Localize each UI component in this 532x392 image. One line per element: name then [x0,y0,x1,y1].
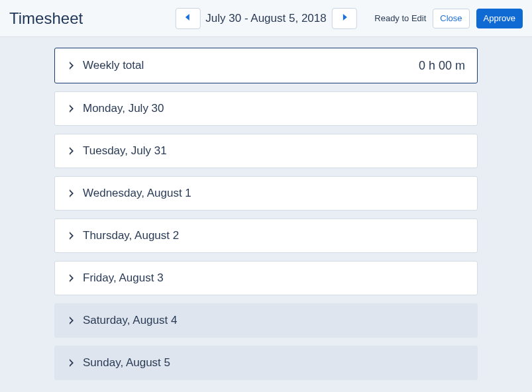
header-actions: Ready to Edit Close Approve [374,9,523,28]
svg-marker-0 [185,14,189,21]
day-row-label: Sunday, August 5 [83,356,170,369]
chevron-right-icon [67,359,76,367]
chevron-right-icon [67,274,76,282]
chevron-right-icon [67,62,76,70]
topbar: Timesheet July 30 - August 5, 2018 Ready… [0,0,532,37]
status-text: Ready to Edit [374,13,426,23]
day-row[interactable]: Monday, July 30 [54,91,478,126]
timesheet-list: Weekly total 0 h 00 m Monday, July 30Tue… [0,37,532,392]
chevron-right-icon [67,317,76,324]
prev-week-button[interactable] [175,8,200,29]
day-row[interactable]: Saturday, August 4 [54,303,478,338]
approve-button[interactable]: Approve [476,9,523,28]
day-row-label: Monday, July 30 [83,102,164,115]
page-title: Timesheet [9,9,83,28]
chevron-right-icon [67,189,76,197]
svg-marker-7 [70,274,74,282]
svg-marker-5 [70,189,74,197]
svg-marker-2 [70,62,74,70]
weekly-total-value: 0 h 00 m [419,59,465,73]
chevron-right-icon [67,147,76,155]
svg-marker-3 [70,105,74,113]
svg-marker-6 [70,232,74,240]
approve-button-label: Approve [484,13,515,23]
day-row[interactable]: Sunday, August 5 [54,346,478,380]
day-row-label: Tuesday, July 31 [83,144,167,158]
day-row[interactable]: Thursday, August 2 [54,219,478,253]
day-row[interactable]: Tuesday, July 31 [54,134,478,168]
day-row[interactable]: Wednesday, August 1 [54,176,478,211]
chevron-right-icon [67,105,76,113]
close-button[interactable]: Close [433,9,469,28]
date-range: July 30 - August 5, 2018 [205,12,326,25]
day-row-label: Thursday, August 2 [83,229,179,242]
svg-marker-8 [70,317,74,324]
day-row-label: Saturday, August 4 [83,314,177,327]
weekly-total-row[interactable]: Weekly total 0 h 00 m [54,48,478,83]
date-navigator: July 30 - August 5, 2018 [175,8,356,29]
day-row[interactable]: Friday, August 3 [54,261,478,295]
triangle-left-icon [184,13,191,23]
triangle-right-icon [341,13,348,23]
svg-marker-9 [70,359,74,367]
svg-marker-1 [343,14,347,21]
weekly-total-label: Weekly total [83,59,144,72]
next-week-button[interactable] [332,8,357,29]
chevron-right-icon [67,232,76,240]
day-row-label: Wednesday, August 1 [83,187,191,200]
close-button-label: Close [440,13,462,23]
svg-marker-4 [70,147,74,155]
day-row-label: Friday, August 3 [83,271,164,285]
